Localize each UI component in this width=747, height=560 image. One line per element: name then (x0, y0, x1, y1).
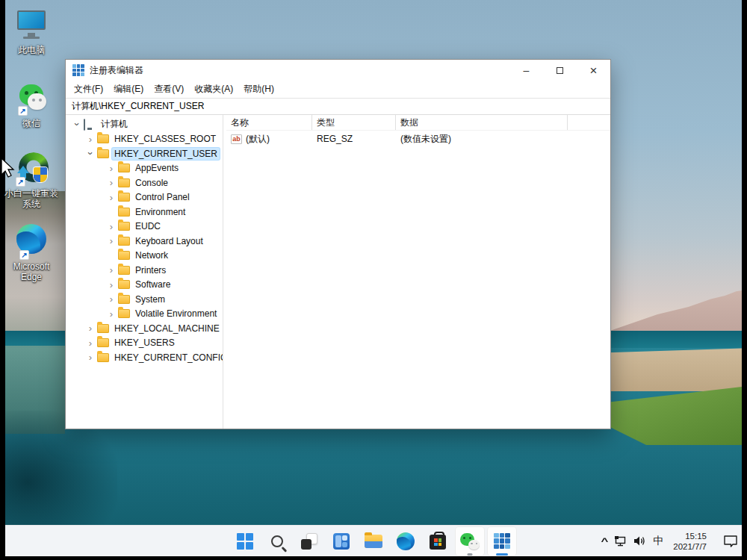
active-indicator (496, 553, 508, 556)
menu-edit[interactable]: 编辑(E) (108, 81, 149, 98)
ime-indicator[interactable]: 中 (653, 535, 663, 548)
tree-item-volatile-environment[interactable]: ›Volatile Environment (66, 307, 223, 322)
folder-icon (118, 309, 130, 318)
close-button[interactable]: × (577, 60, 610, 81)
edge-button[interactable] (391, 526, 421, 556)
chevron-right-icon[interactable]: › (106, 222, 117, 231)
tree-item-keyboard-layout[interactable]: ›Keyboard Layout (66, 234, 223, 249)
column-header-data[interactable]: 数据 (396, 115, 568, 130)
file-explorer-button[interactable] (359, 526, 388, 556)
tree-item-software[interactable]: ›Software (66, 278, 223, 293)
search-button[interactable] (262, 526, 292, 556)
tree-item-console[interactable]: ›Console (66, 175, 223, 190)
folder-icon (118, 178, 130, 187)
tree-item-printers[interactable]: ›Printers (66, 263, 223, 278)
value-name: (默认) (246, 133, 270, 146)
tree-item-hku[interactable]: ›HKEY_USERS (66, 336, 223, 351)
tree-item-eudc[interactable]: ›EUDC (66, 220, 223, 234)
folder-icon (118, 222, 130, 231)
tree-item-computer[interactable]: ›计算机 (66, 117, 223, 132)
chevron-right-icon[interactable]: › (106, 280, 117, 290)
window-title: 注册表编辑器 (90, 64, 509, 77)
wechat-taskbar-button[interactable] (455, 526, 485, 556)
chevron-right-icon[interactable]: › (106, 193, 117, 202)
tree-item-control-panel[interactable]: ›Control Panel (66, 190, 223, 205)
folder-icon (97, 353, 109, 362)
maximize-button[interactable] (543, 60, 577, 81)
address-bar[interactable]: 计算机\HKEY_CURRENT_USER (66, 98, 610, 115)
task-view-button[interactable] (294, 526, 324, 556)
microsoft-store-button[interactable] (423, 526, 453, 556)
tree-item-environment[interactable]: ›Environment (66, 205, 223, 220)
folder-icon (97, 134, 109, 143)
chevron-right-icon[interactable]: › (85, 352, 96, 362)
folder-icon (118, 237, 130, 246)
tree-item-hkcc[interactable]: ›HKEY_CURRENT_CONFIG (66, 350, 223, 365)
edge-icon (397, 532, 415, 550)
shortcut-arrow-icon: ↗ (19, 250, 29, 260)
desktop-icon-label: Microsoft Edge (1, 261, 61, 282)
chevron-right-icon[interactable]: › (85, 134, 96, 144)
menu-file[interactable]: 文件(F) (69, 81, 108, 98)
widgets-icon (333, 533, 350, 550)
desktop-icon-label: 此电脑 (1, 45, 61, 55)
menu-help[interactable]: 帮助(H) (238, 81, 279, 98)
wallpaper-mountain (601, 290, 742, 334)
column-header-type[interactable]: 类型 (312, 115, 396, 130)
folder-icon (97, 338, 109, 347)
value-type: REG_SZ (317, 134, 353, 144)
string-value-icon: ab (231, 134, 242, 144)
tree-item-network[interactable]: ›Network (66, 249, 223, 264)
values-pane: 名称 类型 数据 ab (默认) REG_SZ (数值未设置) (226, 115, 610, 429)
notification-center-icon[interactable] (722, 534, 739, 549)
wechat-icon: ↗ (1, 81, 61, 116)
menu-view[interactable]: 查看(V) (149, 81, 189, 98)
shortcut-arrow-icon: ↗ (18, 106, 28, 116)
desktop-icon-wechat[interactable]: ↗ 微信 (1, 81, 61, 128)
task-view-icon (301, 533, 317, 550)
title-bar[interactable]: 注册表编辑器 – × (66, 60, 610, 81)
network-icon[interactable] (614, 535, 627, 547)
registry-editor-taskbar-button[interactable] (487, 526, 517, 556)
file-explorer-icon (365, 535, 382, 548)
value-data: (数值未设置) (400, 133, 451, 146)
folder-icon (118, 266, 130, 275)
hidden-icons-chevron[interactable]: ^ (601, 536, 609, 547)
widgets-button[interactable] (326, 526, 356, 556)
menu-bar: 文件(F) 编辑(E) 查看(V) 收藏夹(A) 帮助(H) (66, 81, 610, 98)
desktop-screen: 此电脑 ↗ 微信 ↗ 小白一键重装 系统 ↗ (0, 0, 747, 560)
chevron-right-icon[interactable]: › (106, 178, 117, 187)
column-header-name[interactable]: 名称 (226, 115, 312, 130)
search-icon (271, 535, 283, 547)
minimize-icon: – (524, 64, 530, 76)
desktop-icon-this-pc[interactable]: 此电脑 (1, 7, 61, 55)
chevron-right-icon[interactable]: › (106, 309, 117, 319)
tree-item-appevents[interactable]: ›AppEvents (66, 161, 223, 176)
chevron-right-icon[interactable]: › (85, 323, 96, 333)
taskbar: ^ 中 15:15 2021/7/7 (5, 525, 742, 556)
desktop-icon-edge[interactable]: ↗ Microsoft Edge (1, 224, 61, 282)
minimize-button[interactable]: – (509, 60, 543, 81)
clock-date: 2021/7/7 (673, 541, 707, 552)
taskbar-clock[interactable]: 15:15 2021/7/7 (670, 531, 710, 552)
wechat-icon (460, 533, 480, 550)
chevron-right-icon[interactable]: › (106, 236, 117, 246)
tree-item-system[interactable]: ›System (66, 292, 223, 307)
registry-editor-window: 注册表编辑器 – × 文件(F) 编辑(E) 查看(V) 收藏夹(A) 帮助(H… (65, 59, 611, 429)
tree-item-hklm[interactable]: ›HKEY_LOCAL_MACHINE (66, 321, 223, 336)
volume-icon[interactable] (633, 535, 646, 547)
chevron-down-icon[interactable]: › (72, 119, 82, 130)
chevron-right-icon[interactable]: › (106, 164, 117, 173)
chevron-right-icon[interactable]: › (106, 265, 117, 275)
tree-item-hkcu[interactable]: ›HKEY_CURRENT_USER (66, 146, 223, 161)
chevron-right-icon[interactable]: › (106, 294, 117, 304)
tree-item-hkcr[interactable]: ›HKEY_CLASSES_ROOT (66, 132, 223, 147)
folder-icon (118, 193, 130, 202)
start-button[interactable] (230, 526, 260, 556)
menu-favorites[interactable]: 收藏夹(A) (189, 81, 238, 98)
chevron-right-icon[interactable]: › (85, 338, 96, 348)
chevron-down-icon[interactable]: › (86, 149, 96, 159)
value-row-default[interactable]: ab (默认) REG_SZ (数值未设置) (226, 131, 610, 147)
desktop-icon-label: 微信 (1, 118, 61, 128)
this-pc-icon (1, 7, 61, 43)
